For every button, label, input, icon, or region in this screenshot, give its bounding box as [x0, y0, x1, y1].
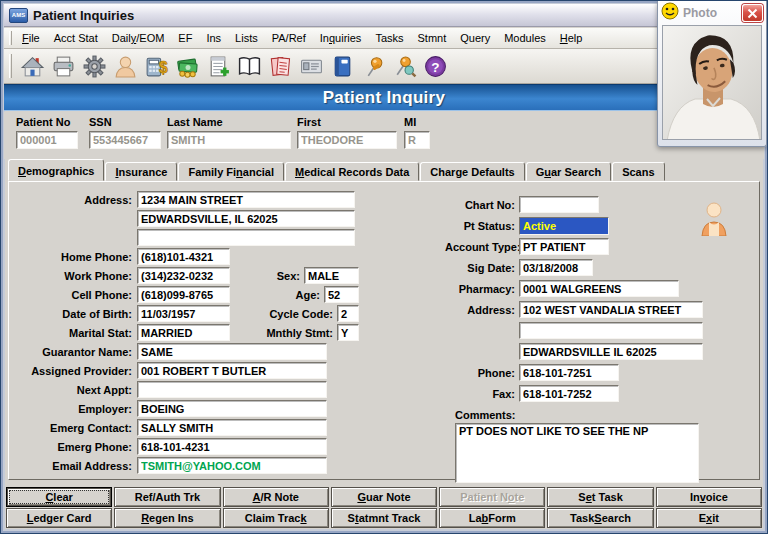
- tab-insurance[interactable]: Insurance: [105, 162, 177, 181]
- settings-gear-icon[interactable]: [81, 53, 108, 80]
- notes-icon[interactable]: [267, 53, 294, 80]
- billing-calculator-icon[interactable]: $: [143, 53, 170, 80]
- pharmacy-address-line3-input[interactable]: [519, 343, 703, 360]
- work-phone-label: Work Phone:: [13, 270, 137, 282]
- next-appt-input[interactable]: [137, 381, 327, 398]
- menu-ef[interactable]: EF: [171, 30, 199, 46]
- tab-scans[interactable]: Scans: [612, 162, 664, 181]
- ar-note-button[interactable]: A/R Note: [223, 487, 329, 507]
- provider-input[interactable]: [137, 362, 327, 379]
- next-appt-row: Next Appt:: [13, 380, 359, 399]
- first-name-input[interactable]: [297, 131, 397, 149]
- codes-book-icon[interactable]: [236, 53, 263, 80]
- app-window: AMS Patient Inquiries File Acct Stat Dai…: [0, 0, 768, 534]
- cycle-code-input[interactable]: [337, 305, 359, 322]
- task-search-pin-icon[interactable]: [391, 53, 418, 80]
- action-button-bar: Clear Ref/Auth Trk A/R Note Guar Note Pa…: [6, 487, 762, 528]
- task-search-button[interactable]: Task Search: [547, 508, 653, 528]
- menu-modules[interactable]: Modules: [497, 30, 553, 46]
- ledger-book-icon[interactable]: [329, 53, 356, 80]
- claim-track-button[interactable]: Claim Track: [223, 508, 329, 528]
- menu-daily-eom[interactable]: Daily/EOM: [105, 30, 172, 46]
- pharmacy-phone-input[interactable]: [519, 364, 619, 381]
- tab-family-financial[interactable]: Family Financial: [178, 162, 284, 181]
- menu-ins[interactable]: Ins: [199, 30, 228, 46]
- ledger-card-button[interactable]: Ledger Card: [6, 508, 112, 528]
- patient-no-input[interactable]: [16, 131, 78, 149]
- set-task-button[interactable]: Set Task: [547, 487, 653, 507]
- pharmacy-fax-input[interactable]: [519, 385, 619, 402]
- sig-date-input[interactable]: [519, 259, 593, 276]
- lab-form-button[interactable]: Lab Form: [439, 508, 545, 528]
- new-form-icon[interactable]: [205, 53, 232, 80]
- patient-avatar-icon: [699, 200, 729, 240]
- toolbar: $ ?: [4, 49, 764, 84]
- id-card-icon[interactable]: [298, 53, 325, 80]
- ssn-input[interactable]: [89, 131, 161, 149]
- exit-button[interactable]: Exit: [656, 508, 762, 528]
- pharmacy-address-line1-input[interactable]: [519, 301, 703, 318]
- chart-no-input[interactable]: [519, 196, 599, 213]
- emerg-contact-input[interactable]: [137, 419, 327, 436]
- clear-button[interactable]: Clear: [6, 487, 112, 507]
- work-phone-input[interactable]: [137, 267, 230, 284]
- statmnt-track-button[interactable]: Statmnt Track: [331, 508, 437, 528]
- provider-row: Assigned Provider:: [13, 361, 359, 380]
- home-icon[interactable]: [19, 53, 46, 80]
- tab-medical-records-data[interactable]: Medical Records Data: [285, 162, 419, 181]
- cycle-code-label: Cycle Code:: [269, 308, 337, 320]
- regen-ins-button[interactable]: Regen Ins: [114, 508, 220, 528]
- menu-file[interactable]: File: [15, 30, 47, 46]
- menu-help[interactable]: Help: [553, 30, 590, 46]
- address-line1-input[interactable]: [137, 191, 355, 208]
- account-type-input[interactable]: [519, 238, 609, 255]
- section-header: Patient Inquiry: [4, 84, 764, 111]
- payments-icon[interactable]: [174, 53, 201, 80]
- patient-identity-strip: Patient No SSN Last Name First MI: [4, 112, 764, 159]
- mi-field: MI: [404, 116, 430, 149]
- help-icon[interactable]: ?: [422, 53, 449, 80]
- next-appt-label: Next Appt:: [13, 384, 137, 396]
- marital-label: Marital Stat:: [13, 327, 137, 339]
- guarantor-input[interactable]: [137, 343, 327, 360]
- marital-input[interactable]: [137, 324, 230, 341]
- ref-auth-trk-button[interactable]: Ref/Auth Trk: [114, 487, 220, 507]
- patient-icon[interactable]: [112, 53, 139, 80]
- pharmacy-input[interactable]: [519, 280, 679, 297]
- menu-query[interactable]: Query: [453, 30, 497, 46]
- last-name-input[interactable]: [167, 131, 291, 149]
- close-icon[interactable]: [742, 4, 763, 22]
- ssn-field: SSN: [89, 116, 161, 149]
- menu-stmnt[interactable]: Stmnt: [411, 30, 454, 46]
- dob-input[interactable]: [137, 305, 230, 322]
- invoice-button[interactable]: Invoice: [656, 487, 762, 507]
- toolbar-grip: [9, 54, 12, 78]
- tab-strip: Demographics Insurance Family Financial …: [8, 159, 760, 181]
- tab-charge-defaults[interactable]: Charge Defaults: [420, 162, 524, 181]
- address-line2-input[interactable]: [137, 210, 355, 227]
- monthly-stmt-input[interactable]: [337, 324, 359, 341]
- menu-acct-stat[interactable]: Acct Stat: [47, 30, 105, 46]
- emerg-phone-input[interactable]: [137, 438, 327, 455]
- menu-lists[interactable]: Lists: [228, 30, 265, 46]
- menu-tasks[interactable]: Tasks: [368, 30, 410, 46]
- menu-pa-ref[interactable]: PA/Ref: [265, 30, 313, 46]
- address-line3-input[interactable]: [137, 229, 355, 246]
- tab-guar-search[interactable]: Guar Search: [526, 162, 611, 181]
- address-label: Address:: [13, 194, 137, 206]
- mi-input[interactable]: [404, 131, 430, 149]
- employer-input[interactable]: [137, 400, 327, 417]
- print-icon[interactable]: [50, 53, 77, 80]
- cell-phone-input[interactable]: [137, 286, 230, 303]
- tab-demographics[interactable]: Demographics: [8, 159, 104, 181]
- comments-textarea[interactable]: PT DOES NOT LIKE TO SEE THE NP: [455, 423, 699, 483]
- sex-input[interactable]: [304, 267, 359, 284]
- home-phone-input[interactable]: [137, 248, 230, 265]
- pt-status-value[interactable]: Active: [519, 217, 609, 235]
- age-input[interactable]: [324, 286, 359, 303]
- guar-note-button[interactable]: Guar Note: [331, 487, 437, 507]
- task-pin-icon[interactable]: [360, 53, 387, 80]
- menu-inquiries[interactable]: Inquiries: [313, 30, 369, 46]
- pharmacy-address-line2-input[interactable]: [519, 322, 703, 339]
- email-input[interactable]: [137, 457, 327, 474]
